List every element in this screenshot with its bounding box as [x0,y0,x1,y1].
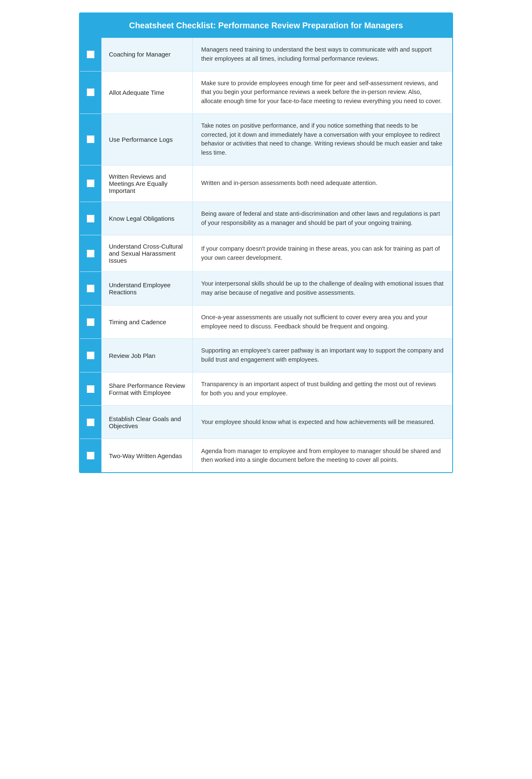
checklist-row-written-reviews-meetings: Written Reviews and Meetings Are Equally… [80,165,452,202]
description-understand-cross-cultural: If your company doesn't provide training… [193,235,452,271]
checklist-row-coaching-for-manager: Coaching for ManagerManagers need traini… [80,38,452,71]
checkbox-col-use-performance-logs [80,114,101,165]
label-understand-employee-reactions: Understand Employee Reactions [101,272,193,305]
checkbox-col-written-reviews-meetings [80,165,101,202]
checklist-row-use-performance-logs: Use Performance LogsTake notes on positi… [80,114,452,165]
checkbox-col-review-job-plan [80,339,101,372]
description-share-performance-review: Transparency is an important aspect of t… [193,372,452,406]
checklist-container: Cheatsheet Checklist: Performance Review… [79,12,453,473]
checklist-row-know-legal-obligations: Know Legal ObligationsBeing aware of fed… [80,202,452,236]
checklist-row-review-job-plan: Review Job PlanSupporting an employee's … [80,339,452,372]
description-know-legal-obligations: Being aware of federal and state anti-di… [193,202,452,235]
checkbox-timing-and-cadence[interactable] [86,318,95,327]
checkbox-understand-cross-cultural[interactable] [86,249,95,258]
header-title: Cheatsheet Checklist: Performance Review… [129,21,403,30]
label-coaching-for-manager: Coaching for Manager [101,38,193,71]
label-allot-adequate-time: Allot Adequate Time [101,71,193,113]
checklist-row-two-way-written-agendas: Two-Way Written AgendasAgenda from manag… [80,439,452,472]
checkbox-col-timing-and-cadence [80,306,101,339]
checkbox-use-performance-logs[interactable] [86,135,95,144]
checkbox-review-job-plan[interactable] [86,351,95,360]
checkbox-two-way-written-agendas[interactable] [86,451,95,460]
checklist-header: Cheatsheet Checklist: Performance Review… [80,13,452,38]
label-share-performance-review: Share Performance Review Format with Emp… [101,372,193,406]
description-allot-adequate-time: Make sure to provide employees enough ti… [193,71,452,113]
checklist-row-understand-employee-reactions: Understand Employee ReactionsYour interp… [80,272,452,306]
checklist-row-timing-and-cadence: Timing and CadenceOnce-a-year assessment… [80,306,452,339]
checkbox-establish-clear-goals[interactable] [86,418,95,427]
label-know-legal-obligations: Know Legal Obligations [101,202,193,235]
checkbox-col-know-legal-obligations [80,202,101,235]
description-coaching-for-manager: Managers need training to understand the… [193,38,452,71]
label-establish-clear-goals: Establish Clear Goals and Objectives [101,406,193,439]
checkbox-col-share-performance-review [80,372,101,406]
checkbox-col-establish-clear-goals [80,406,101,439]
checkbox-col-understand-cross-cultural [80,235,101,271]
checkbox-written-reviews-meetings[interactable] [86,179,95,188]
description-timing-and-cadence: Once-a-year assessments are usually not … [193,306,452,339]
label-timing-and-cadence: Timing and Cadence [101,306,193,339]
checklist-row-share-performance-review: Share Performance Review Format with Emp… [80,372,452,406]
label-use-performance-logs: Use Performance Logs [101,114,193,165]
description-review-job-plan: Supporting an employee's career pathway … [193,339,452,372]
description-two-way-written-agendas: Agenda from manager to employee and from… [193,439,452,472]
checkbox-coaching-for-manager[interactable] [86,50,95,59]
checkbox-know-legal-obligations[interactable] [86,214,95,223]
checkbox-col-allot-adequate-time [80,71,101,113]
label-written-reviews-meetings: Written Reviews and Meetings Are Equally… [101,165,193,202]
description-understand-employee-reactions: Your interpersonal skills should be up t… [193,272,452,305]
label-two-way-written-agendas: Two-Way Written Agendas [101,439,193,472]
checklist-row-establish-clear-goals: Establish Clear Goals and ObjectivesYour… [80,406,452,439]
description-written-reviews-meetings: Written and in-person assessments both n… [193,165,452,202]
label-review-job-plan: Review Job Plan [101,339,193,372]
description-use-performance-logs: Take notes on positive performance, and … [193,114,452,165]
checklist-body: Coaching for ManagerManagers need traini… [80,38,452,472]
description-establish-clear-goals: Your employee should know what is expect… [193,406,452,439]
checkbox-allot-adequate-time[interactable] [86,88,95,97]
checkbox-col-understand-employee-reactions [80,272,101,305]
checkbox-share-performance-review[interactable] [86,385,95,394]
checkbox-understand-employee-reactions[interactable] [86,284,95,293]
checklist-row-allot-adequate-time: Allot Adequate TimeMake sure to provide … [80,71,452,114]
checkbox-col-two-way-written-agendas [80,439,101,472]
label-understand-cross-cultural: Understand Cross-Cultural and Sexual Har… [101,235,193,271]
checklist-row-understand-cross-cultural: Understand Cross-Cultural and Sexual Har… [80,235,452,272]
checkbox-col-coaching-for-manager [80,38,101,71]
